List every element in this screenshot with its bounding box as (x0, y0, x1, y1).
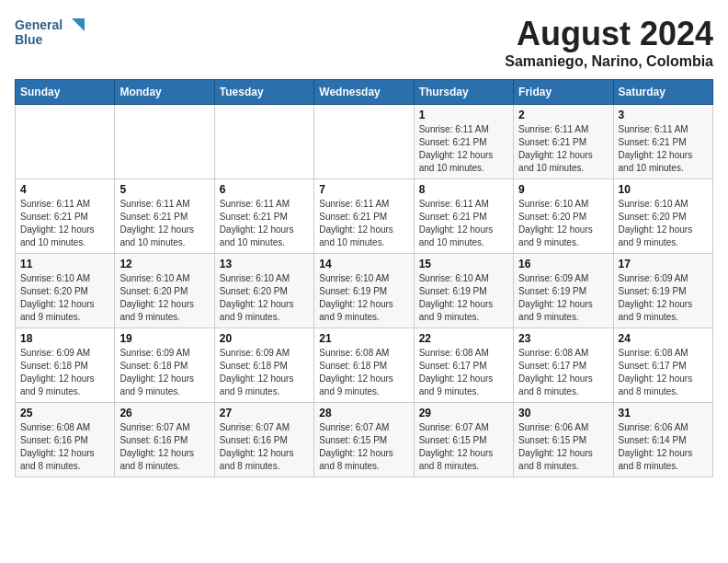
page-subtitle: Samaniego, Narino, Colombia (505, 53, 713, 70)
calendar-cell (214, 105, 313, 179)
calendar-cell: 30Sunrise: 6:06 AM Sunset: 6:15 PM Dayli… (514, 403, 613, 477)
day-number: 31 (619, 407, 708, 419)
day-number: 15 (419, 258, 508, 270)
page-header: General Blue August 2024 Samaniego, Nari… (15, 15, 713, 70)
day-number: 17 (619, 258, 708, 270)
header-saturday: Saturday (613, 80, 712, 105)
day-number: 4 (20, 183, 109, 196)
day-number: 19 (119, 332, 209, 345)
day-number: 25 (20, 407, 109, 419)
calendar-cell: 11Sunrise: 6:10 AM Sunset: 6:20 PM Dayli… (16, 254, 115, 328)
calendar-cell: 21Sunrise: 6:08 AM Sunset: 6:18 PM Dayli… (314, 328, 414, 403)
day-info: Sunrise: 6:07 AM Sunset: 6:16 PM Dayligh… (220, 421, 309, 473)
day-info: Sunrise: 6:11 AM Sunset: 6:21 PM Dayligh… (20, 198, 109, 249)
header-sunday: Sunday (16, 80, 115, 105)
calendar-cell: 14Sunrise: 6:10 AM Sunset: 6:19 PM Dayli… (314, 254, 414, 328)
svg-text:General: General (15, 17, 63, 32)
calendar-cell: 1Sunrise: 6:11 AM Sunset: 6:21 PM Daylig… (414, 105, 513, 179)
day-info: Sunrise: 6:09 AM Sunset: 6:18 PM Dayligh… (119, 347, 209, 398)
calendar-cell (314, 105, 414, 179)
day-number: 5 (119, 183, 209, 196)
svg-text:Blue: Blue (15, 32, 43, 47)
day-info: Sunrise: 6:10 AM Sunset: 6:20 PM Dayligh… (518, 198, 608, 249)
day-number: 14 (319, 258, 408, 270)
day-info: Sunrise: 6:08 AM Sunset: 6:16 PM Dayligh… (20, 421, 109, 473)
calendar-cell: 16Sunrise: 6:09 AM Sunset: 6:19 PM Dayli… (514, 254, 613, 328)
calendar-cell: 13Sunrise: 6:10 AM Sunset: 6:20 PM Dayli… (214, 254, 313, 328)
day-number: 12 (119, 258, 209, 270)
day-info: Sunrise: 6:09 AM Sunset: 6:18 PM Dayligh… (20, 347, 109, 398)
calendar-cell: 23Sunrise: 6:08 AM Sunset: 6:17 PM Dayli… (514, 328, 613, 403)
day-number: 1 (419, 109, 508, 121)
day-info: Sunrise: 6:11 AM Sunset: 6:21 PM Dayligh… (619, 123, 708, 175)
calendar-cell: 3Sunrise: 6:11 AM Sunset: 6:21 PM Daylig… (613, 105, 712, 179)
day-number: 8 (419, 183, 508, 196)
day-number: 28 (319, 407, 408, 419)
calendar-cell: 9Sunrise: 6:10 AM Sunset: 6:20 PM Daylig… (514, 179, 613, 254)
day-info: Sunrise: 6:09 AM Sunset: 6:18 PM Dayligh… (220, 347, 309, 398)
day-number: 18 (20, 332, 109, 345)
day-info: Sunrise: 6:07 AM Sunset: 6:15 PM Dayligh… (319, 421, 408, 473)
day-number: 24 (619, 332, 708, 345)
calendar-cell: 29Sunrise: 6:07 AM Sunset: 6:15 PM Dayli… (414, 403, 513, 477)
header-friday: Friday (514, 80, 613, 105)
day-info: Sunrise: 6:09 AM Sunset: 6:19 PM Dayligh… (518, 272, 608, 324)
day-info: Sunrise: 6:11 AM Sunset: 6:21 PM Dayligh… (119, 198, 209, 249)
header-thursday: Thursday (414, 80, 513, 105)
calendar-cell: 12Sunrise: 6:10 AM Sunset: 6:20 PM Dayli… (115, 254, 214, 328)
day-number: 30 (518, 407, 608, 419)
header-wednesday: Wednesday (314, 80, 414, 105)
day-info: Sunrise: 6:08 AM Sunset: 6:18 PM Dayligh… (319, 347, 408, 398)
calendar-cell: 27Sunrise: 6:07 AM Sunset: 6:16 PM Dayli… (214, 403, 313, 477)
day-number: 11 (20, 258, 109, 270)
day-info: Sunrise: 6:06 AM Sunset: 6:14 PM Dayligh… (619, 421, 708, 473)
day-number: 20 (220, 332, 309, 345)
day-info: Sunrise: 6:09 AM Sunset: 6:19 PM Dayligh… (619, 272, 708, 324)
day-info: Sunrise: 6:10 AM Sunset: 6:19 PM Dayligh… (419, 272, 508, 324)
calendar-cell: 17Sunrise: 6:09 AM Sunset: 6:19 PM Dayli… (613, 254, 712, 328)
day-number: 2 (518, 109, 608, 121)
day-info: Sunrise: 6:11 AM Sunset: 6:21 PM Dayligh… (518, 123, 608, 175)
day-info: Sunrise: 6:08 AM Sunset: 6:17 PM Dayligh… (419, 347, 508, 398)
day-number: 22 (419, 332, 508, 345)
calendar-cell: 31Sunrise: 6:06 AM Sunset: 6:14 PM Dayli… (613, 403, 712, 477)
day-info: Sunrise: 6:08 AM Sunset: 6:17 PM Dayligh… (619, 347, 708, 398)
calendar-cell: 5Sunrise: 6:11 AM Sunset: 6:21 PM Daylig… (115, 179, 214, 254)
page-title: August 2024 (505, 15, 713, 53)
day-info: Sunrise: 6:11 AM Sunset: 6:21 PM Dayligh… (220, 198, 309, 249)
day-number: 27 (220, 407, 309, 419)
calendar-cell: 25Sunrise: 6:08 AM Sunset: 6:16 PM Dayli… (16, 403, 115, 477)
calendar-cell: 18Sunrise: 6:09 AM Sunset: 6:18 PM Dayli… (16, 328, 115, 403)
day-info: Sunrise: 6:08 AM Sunset: 6:17 PM Dayligh… (518, 347, 608, 398)
day-info: Sunrise: 6:11 AM Sunset: 6:21 PM Dayligh… (419, 123, 508, 175)
day-number: 10 (619, 183, 708, 196)
day-info: Sunrise: 6:10 AM Sunset: 6:20 PM Dayligh… (619, 198, 708, 249)
svg-marker-2 (72, 18, 85, 31)
day-info: Sunrise: 6:10 AM Sunset: 6:20 PM Dayligh… (220, 272, 309, 324)
header-tuesday: Tuesday (214, 80, 313, 105)
calendar-cell (115, 105, 214, 179)
day-number: 9 (518, 183, 608, 196)
calendar-cell (16, 105, 115, 179)
day-number: 6 (220, 183, 309, 196)
calendar-cell: 28Sunrise: 6:07 AM Sunset: 6:15 PM Dayli… (314, 403, 414, 477)
day-number: 26 (119, 407, 209, 419)
day-number: 3 (619, 109, 708, 121)
day-number: 29 (419, 407, 508, 419)
calendar-cell: 24Sunrise: 6:08 AM Sunset: 6:17 PM Dayli… (613, 328, 712, 403)
calendar-cell: 2Sunrise: 6:11 AM Sunset: 6:21 PM Daylig… (514, 105, 613, 179)
day-info: Sunrise: 6:07 AM Sunset: 6:16 PM Dayligh… (119, 421, 209, 473)
day-info: Sunrise: 6:11 AM Sunset: 6:21 PM Dayligh… (319, 198, 408, 249)
calendar-cell: 20Sunrise: 6:09 AM Sunset: 6:18 PM Dayli… (214, 328, 313, 403)
calendar-cell: 6Sunrise: 6:11 AM Sunset: 6:21 PM Daylig… (214, 179, 313, 254)
calendar-cell: 10Sunrise: 6:10 AM Sunset: 6:20 PM Dayli… (613, 179, 712, 254)
day-info: Sunrise: 6:10 AM Sunset: 6:19 PM Dayligh… (319, 272, 408, 324)
day-number: 7 (319, 183, 408, 196)
calendar-table: SundayMondayTuesdayWednesdayThursdayFrid… (15, 79, 713, 477)
day-info: Sunrise: 6:11 AM Sunset: 6:21 PM Dayligh… (419, 198, 508, 249)
logo: General Blue (15, 15, 88, 55)
calendar-cell: 19Sunrise: 6:09 AM Sunset: 6:18 PM Dayli… (115, 328, 214, 403)
calendar-cell: 26Sunrise: 6:07 AM Sunset: 6:16 PM Dayli… (115, 403, 214, 477)
calendar-cell: 8Sunrise: 6:11 AM Sunset: 6:21 PM Daylig… (414, 179, 513, 254)
day-number: 16 (518, 258, 608, 270)
